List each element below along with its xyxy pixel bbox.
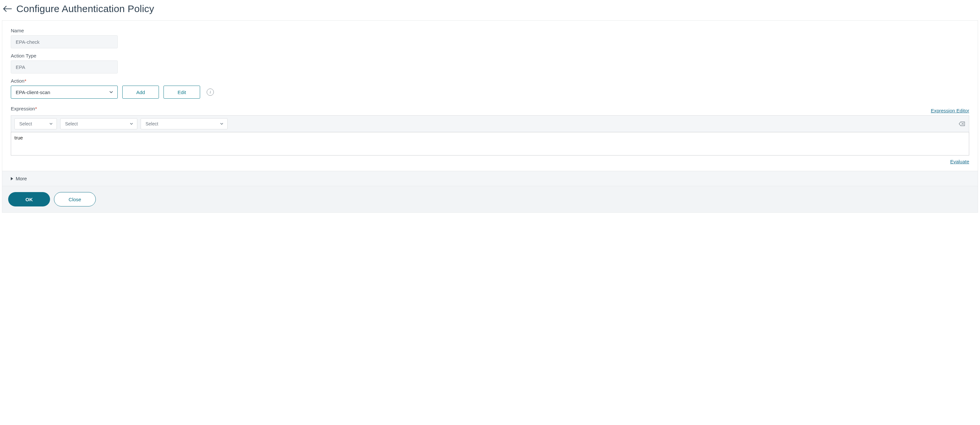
action-label-text: Action bbox=[11, 78, 24, 84]
expression-toolbar: Select Select Select bbox=[11, 115, 969, 132]
expression-select-1[interactable]: Select bbox=[14, 118, 57, 129]
expression-textarea[interactable] bbox=[11, 132, 969, 155]
required-asterisk: * bbox=[35, 106, 37, 111]
expression-label-text: Expression bbox=[11, 106, 35, 111]
action-label: Action* bbox=[11, 78, 969, 84]
expression-select-3[interactable]: Select bbox=[141, 118, 228, 129]
expression-select-2[interactable]: Select bbox=[60, 118, 137, 129]
action-select[interactable]: EPA-client-scan bbox=[11, 86, 118, 99]
form-panel: Name EPA-check Action Type EPA Action* E… bbox=[2, 20, 978, 212]
action-type-value: EPA bbox=[16, 64, 25, 70]
add-button[interactable]: Add bbox=[122, 86, 159, 99]
edit-button[interactable]: Edit bbox=[164, 86, 200, 99]
chevron-down-icon bbox=[48, 121, 54, 127]
more-toggle[interactable]: More bbox=[2, 171, 978, 186]
more-label: More bbox=[16, 176, 27, 181]
backspace-clear-icon[interactable] bbox=[958, 121, 966, 127]
chevron-down-icon bbox=[129, 121, 134, 127]
name-label: Name bbox=[11, 28, 969, 33]
evaluate-link[interactable]: Evaluate bbox=[950, 159, 969, 164]
action-selected-value: EPA-client-scan bbox=[16, 89, 50, 95]
name-field: EPA-check bbox=[11, 35, 118, 48]
expression-editor-link[interactable]: Expression Editor bbox=[931, 108, 969, 113]
action-type-label: Action Type bbox=[11, 53, 969, 59]
chevron-down-icon bbox=[219, 121, 224, 127]
close-button[interactable]: Close bbox=[54, 192, 96, 206]
name-value: EPA-check bbox=[16, 39, 40, 45]
ok-button[interactable]: OK bbox=[8, 192, 50, 206]
expression-select-2-value: Select bbox=[65, 121, 78, 127]
triangle-right-icon bbox=[11, 177, 13, 180]
expression-label: Expression* bbox=[11, 106, 37, 111]
chevron-down-icon bbox=[108, 89, 114, 95]
required-asterisk: * bbox=[24, 78, 27, 84]
info-icon[interactable]: i bbox=[207, 89, 214, 96]
back-arrow-icon[interactable] bbox=[3, 4, 13, 14]
page-title: Configure Authentication Policy bbox=[16, 3, 154, 14]
expression-select-1-value: Select bbox=[19, 121, 32, 127]
expression-select-3-value: Select bbox=[145, 121, 158, 127]
action-type-field: EPA bbox=[11, 60, 118, 73]
footer-bar: OK Close bbox=[2, 186, 978, 212]
